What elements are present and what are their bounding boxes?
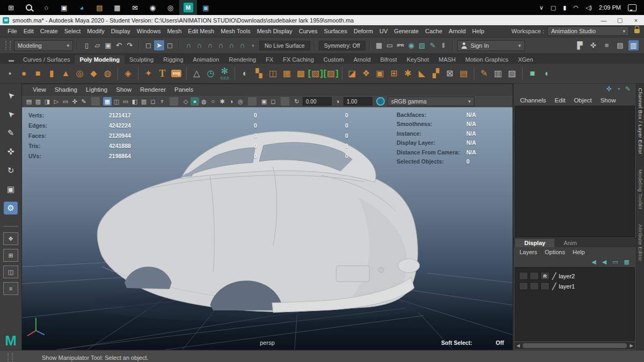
tray-chevron-icon[interactable]: ∨ — [539, 4, 544, 11]
layer-editor-menu-item[interactable]: Layers — [516, 249, 541, 255]
paint-select-tool-icon[interactable]: ✎ — [4, 127, 18, 139]
light-editor-icon[interactable]: ✎ — [428, 40, 438, 50]
maya-taskbar-icon[interactable]: M — [179, 0, 197, 15]
open-scene-icon[interactable]: ▱ — [92, 40, 103, 50]
pan-zoom-icon[interactable]: ✜ — [70, 97, 79, 106]
shelf-tab[interactable]: Animation — [188, 55, 224, 64]
bevel-icon[interactable]: ◪ — [346, 65, 359, 82]
menu-item[interactable]: Display — [108, 28, 134, 34]
helpline-grip[interactable] — [8, 353, 13, 362]
shelf-tab[interactable]: Custom — [319, 55, 349, 64]
combine-icon[interactable]: ▚ — [252, 65, 266, 82]
edit-edge-flow-icon[interactable]: ▨ — [506, 65, 519, 82]
snap-to-origin-icon[interactable]: ✻ 0,0,0 — [218, 65, 231, 82]
layer-editor-tab[interactable]: Anim — [554, 239, 586, 247]
shelf-tab[interactable]: Curves / Surfaces — [18, 55, 75, 64]
save-scene-icon[interactable]: ▣ — [103, 40, 113, 50]
lighting-icon[interactable]: ✱ — [218, 97, 226, 106]
select-component-icon[interactable]: ◻ — [165, 40, 175, 50]
shelf-tab[interactable]: Rigging — [158, 55, 188, 64]
grease-pencil-icon[interactable]: ✎ — [79, 97, 88, 106]
menu-item[interactable]: Edit — [20, 28, 37, 34]
poly-cube-icon[interactable]: ■ — [31, 65, 45, 82]
select-hierarchy-icon[interactable]: ◻ — [143, 40, 153, 50]
mail-icon[interactable]: ✉ — [126, 0, 144, 15]
menu-item[interactable]: Mesh Display — [254, 28, 296, 34]
menu-item[interactable]: Windows — [134, 28, 164, 34]
render-settings-icon[interactable]: ◉ — [406, 40, 416, 50]
render-current-frame-icon[interactable]: ▭ — [385, 40, 395, 50]
set-current-time-icon[interactable]: ◷ — [204, 65, 217, 82]
poly-type-icon[interactable]: T — [156, 65, 169, 82]
shelf-tab[interactable]: FX — [261, 55, 278, 64]
undo-icon[interactable]: ↶ — [114, 40, 124, 50]
scrollbar-thumb[interactable] — [523, 343, 627, 348]
bridge-icon[interactable]: ❖ — [360, 65, 373, 82]
google-app-icon[interactable]: ◎ — [162, 0, 179, 15]
start-button[interactable]: ⊞ — [2, 0, 20, 15]
outliner-layout-icon[interactable]: ≡ — [3, 282, 18, 295]
shelf-tab[interactable]: Motion Graphics — [460, 55, 513, 64]
shelf-tab[interactable]: MASH — [434, 55, 460, 64]
layer-display-type-toggle[interactable] — [540, 282, 550, 290]
dock-tab[interactable]: Channel Box / Layer Editor — [638, 88, 643, 154]
layer-color-icon[interactable] — [552, 283, 556, 290]
viewport-menu-item[interactable]: Show — [112, 86, 136, 93]
shelf-tab[interactable]: Poly Modeling — [75, 55, 125, 64]
move-layer-down-icon[interactable]: ◀ — [602, 258, 606, 265]
smooth-icon[interactable]: ▨ — [324, 65, 339, 82]
viewport-menu-item[interactable]: Shading — [50, 86, 82, 93]
channel-box-area[interactable] — [515, 106, 635, 237]
graph-editor-icon[interactable]: ✎ — [625, 85, 631, 93]
chrome-icon[interactable]: ◉ — [144, 0, 162, 15]
ipr-render-icon[interactable]: IPR — [396, 40, 406, 50]
menu-item[interactable]: Cache — [422, 28, 445, 34]
character-controls-icon[interactable]: ✜ — [588, 40, 598, 50]
symmetrize-icon[interactable]: ▞ — [429, 65, 443, 82]
lasso-select-tool-icon[interactable]: ➤ — [4, 108, 18, 121]
snap-to-grid-icon[interactable]: ∩ — [184, 40, 194, 50]
platonic-solid-icon[interactable]: ◈ — [121, 65, 135, 82]
viewport-menu-item[interactable]: Lighting — [82, 86, 112, 93]
photos-icon[interactable]: ▣ — [197, 0, 215, 15]
create-layer-from-selected-icon[interactable]: ▦ — [624, 258, 630, 265]
image-plane-icon[interactable]: ▭ — [61, 97, 70, 106]
layer-name[interactable]: layer1 — [559, 283, 575, 290]
poly-plane-icon[interactable]: ◆ — [87, 65, 100, 82]
menu-item[interactable]: Mesh Tools — [217, 28, 253, 34]
lock-workspace-icon[interactable] — [634, 29, 640, 33]
wifi-icon[interactable]: ◠ — [573, 4, 579, 11]
close-button[interactable]: × — [628, 15, 644, 25]
dock-tab[interactable]: Attribute Editor — [638, 224, 643, 261]
minimize-button[interactable]: — — [596, 15, 612, 25]
render-view-icon[interactable]: ▦ — [374, 40, 384, 50]
camera-attributes-icon[interactable]: ◨ — [43, 97, 52, 106]
tray-tablet-icon[interactable]: ▢ — [551, 4, 556, 11]
cortana-icon[interactable]: ○ — [38, 0, 55, 15]
modeling-toolkit-toggle-icon[interactable]: ▛ — [575, 40, 585, 50]
xray-icon[interactable]: ◻ — [269, 97, 277, 106]
bookmarks-icon[interactable]: ▷ — [52, 97, 61, 106]
single-pane-layout-icon[interactable]: ❖ — [3, 232, 18, 245]
exposure-field[interactable]: 0.00 — [303, 97, 332, 106]
svg-tool-icon[interactable]: svg — [170, 65, 183, 82]
channel-box-menu-item[interactable]: Channels — [516, 97, 551, 104]
layer-visibility-toggle[interactable] — [519, 282, 528, 290]
menu-item[interactable]: Help — [469, 28, 488, 34]
fill-hole-icon[interactable]: ▦ — [280, 65, 294, 82]
volume-icon[interactable]: ◁) — [586, 4, 592, 11]
rotate-tool-icon[interactable]: ↻ — [4, 164, 18, 177]
transfer-attributes-icon[interactable]: ▤ — [457, 65, 471, 82]
new-scene-icon[interactable]: ▯ — [82, 40, 92, 50]
grid-fill-icon[interactable]: ▩ — [294, 65, 308, 82]
dock-tab[interactable]: Modeling Toolkit — [638, 169, 643, 209]
wireframe-icon[interactable]: ◇ — [181, 97, 190, 106]
scale-tool-icon[interactable]: ▣ — [4, 183, 18, 196]
layer-visibility-toggle[interactable] — [519, 272, 528, 280]
make-live-icon[interactable]: ∩ — [237, 40, 247, 50]
smooth-preview-icon[interactable]: ▧ — [308, 65, 323, 82]
pause-viewport-icon[interactable]: ‖ — [438, 40, 449, 50]
gamma-field[interactable]: 1.00 — [343, 97, 372, 106]
layer1[interactable]: layer1 — [515, 281, 634, 291]
color-management-icon[interactable] — [376, 97, 385, 106]
